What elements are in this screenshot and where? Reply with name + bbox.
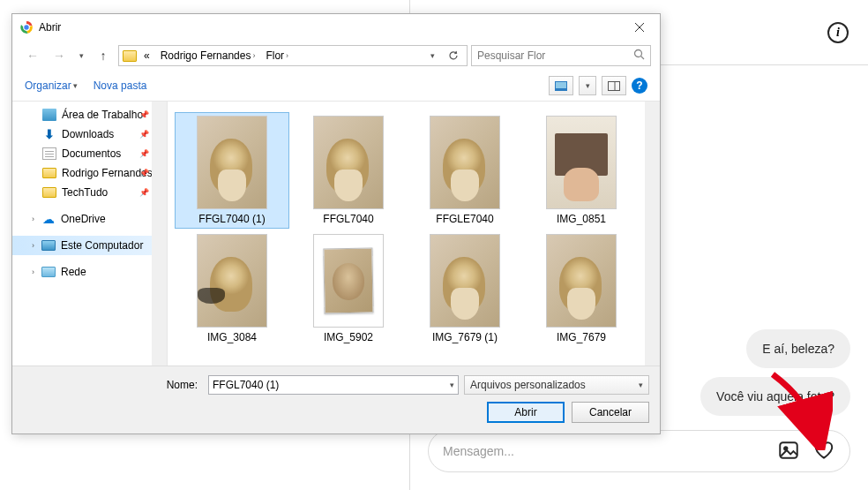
tree-downloads[interactable]: ⬇Downloads📌 <box>12 124 167 144</box>
pin-icon: 📌 <box>139 149 149 158</box>
pin-icon: 📌 <box>139 130 149 139</box>
file-type-filter[interactable]: Arquivos personalizados ▾ <box>464 375 649 395</box>
file-open-dialog: Abrir ← → ▾ ↑ « Rodrigo Fernandes › Flor… <box>11 13 661 434</box>
file-thumbnail <box>313 116 384 209</box>
file-name: FFGL7040 <box>323 213 373 225</box>
file-name: IMG_3084 <box>207 331 257 343</box>
search-icon <box>633 49 645 63</box>
file-name: FFGL7040 (1) <box>198 213 265 225</box>
file-name: IMG_7679 (1) <box>432 331 498 343</box>
folder-icon <box>123 50 137 62</box>
folder-icon <box>42 187 56 198</box>
file-name: IMG_5902 <box>324 331 373 343</box>
file-item[interactable]: IMG_3084 <box>175 230 289 347</box>
tree-folder[interactable]: TechTudo📌 <box>12 183 167 202</box>
open-button[interactable]: Abrir <box>487 402 565 423</box>
tree-folder[interactable]: Rodrigo Fernandes📌 <box>12 163 167 183</box>
help-button[interactable]: ? <box>632 78 647 94</box>
desktop-icon <box>42 109 56 121</box>
file-name: FFGLE7040 <box>436 213 493 225</box>
tree-onedrive[interactable]: ›☁OneDrive <box>12 209 167 229</box>
chevron-down-icon: ▾ <box>639 381 643 389</box>
filename-value: FFGL7040 (1) <box>213 379 279 391</box>
message-bubble: Você viu aquela foto? <box>700 377 850 416</box>
preview-pane-button[interactable] <box>602 76 626 95</box>
file-item[interactable]: FFGL7040 (1) <box>175 112 289 229</box>
tree-desktop[interactable]: Área de Trabalho📌 <box>12 105 167 124</box>
dialog-title: Abrir <box>39 21 61 34</box>
nav-tree: Área de Trabalho📌 ⬇Downloads📌 Documentos… <box>12 102 168 366</box>
file-thumbnail <box>197 234 267 328</box>
svg-rect-0 <box>780 442 797 457</box>
forward-button[interactable]: → <box>48 45 71 66</box>
file-thumbnail <box>197 116 267 209</box>
compose-box[interactable]: Mensagem... <box>428 430 850 472</box>
tree-documents[interactable]: Documentos📌 <box>12 144 167 163</box>
file-grid[interactable]: FFGL7040 (1) FFGL7040 FFGLE7040 IMG_0851… <box>168 102 660 366</box>
file-item[interactable]: FFGLE7040 <box>408 112 522 229</box>
new-folder-button[interactable]: Nova pasta <box>94 79 147 92</box>
image-icon[interactable] <box>777 439 800 464</box>
file-item[interactable]: IMG_7679 <box>524 230 639 347</box>
svg-point-6 <box>635 50 642 57</box>
file-item[interactable]: FFGL7040 <box>291 112 406 229</box>
tree-network[interactable]: ›Rede <box>12 262 167 282</box>
file-name: IMG_7679 <box>557 331 606 343</box>
file-item[interactable]: IMG_5902 <box>291 230 406 347</box>
search-input[interactable]: Pesquisar Flor <box>471 45 651 66</box>
view-mode-dropdown[interactable]: ▾ <box>579 76 596 95</box>
path-segment[interactable]: Rodrigo Fernandes › <box>157 48 259 64</box>
download-icon: ⬇ <box>42 128 56 140</box>
cancel-button[interactable]: Cancelar <box>572 402 649 423</box>
filename-input[interactable]: FFGL7040 (1) ▾ <box>208 375 459 395</box>
pin-icon: 📌 <box>139 169 149 177</box>
toolbar: Organizar ▾ Nova pasta ▾ ? <box>12 71 660 101</box>
file-thumbnail <box>430 116 500 209</box>
file-item[interactable]: IMG_7679 (1) <box>408 230 522 347</box>
cloud-icon: ☁ <box>41 213 56 225</box>
file-thumbnail <box>546 234 617 328</box>
tree-this-pc[interactable]: ›Este Computador <box>12 236 167 255</box>
path-root[interactable]: « <box>140 48 153 64</box>
titlebar: Abrir <box>12 14 660 41</box>
heart-icon[interactable] <box>812 439 835 464</box>
nav-row: ← → ▾ ↑ « Rodrigo Fernandes › Flor › ▾ P… <box>12 41 660 71</box>
back-button[interactable]: ← <box>21 45 44 66</box>
file-name: IMG_0851 <box>557 213 606 225</box>
file-item[interactable]: IMG_0851 <box>524 112 639 229</box>
folder-icon <box>42 168 56 178</box>
up-button[interactable]: ↑ <box>92 45 115 66</box>
document-icon <box>42 147 56 160</box>
pin-icon: 📌 <box>139 110 149 119</box>
file-thumbnail <box>313 234 384 328</box>
svg-rect-9 <box>609 81 620 90</box>
monitor-icon <box>41 240 56 251</box>
filename-label: Nome: <box>23 379 203 391</box>
close-button[interactable] <box>619 14 660 41</box>
view-mode-button[interactable] <box>549 76 573 95</box>
pin-icon: 📌 <box>139 188 149 197</box>
network-icon <box>41 267 56 277</box>
file-thumbnail <box>546 116 617 209</box>
message-bubble: E aí, beleza? <box>746 329 850 368</box>
info-icon[interactable]: i <box>827 22 849 43</box>
recent-dropdown[interactable]: ▾ <box>74 45 88 66</box>
organize-menu[interactable]: Organizar ▾ <box>25 79 78 92</box>
chevron-down-icon[interactable]: ▾ <box>450 381 454 389</box>
refresh-button[interactable] <box>444 50 463 61</box>
dialog-footer: Nome: FFGL7040 (1) ▾ Arquivos personaliz… <box>12 366 660 433</box>
compose-placeholder[interactable]: Mensagem... <box>443 444 777 458</box>
path-dropdown[interactable]: ▾ <box>424 51 440 60</box>
path-segment[interactable]: Flor › <box>262 48 292 64</box>
chrome-icon <box>19 20 34 34</box>
address-bar[interactable]: « Rodrigo Fernandes › Flor › ▾ <box>118 45 468 66</box>
file-thumbnail <box>430 234 500 328</box>
svg-rect-8 <box>556 82 566 88</box>
search-placeholder: Pesquisar Flor <box>477 49 545 62</box>
